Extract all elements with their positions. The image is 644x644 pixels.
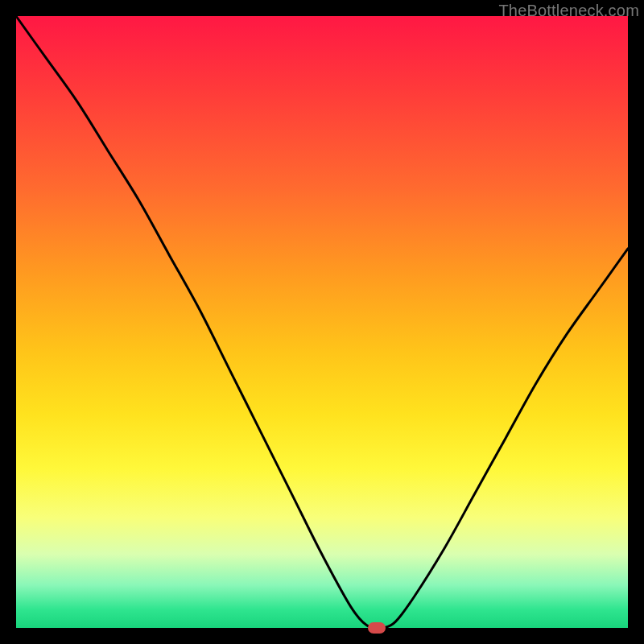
chart-stage: TheBottleneck.com [0,0,644,644]
curve-path [16,16,628,630]
plot-area [16,16,628,628]
bottleneck-curve [16,16,628,628]
minimum-marker [368,622,386,634]
watermark-text: TheBottleneck.com [498,2,639,20]
